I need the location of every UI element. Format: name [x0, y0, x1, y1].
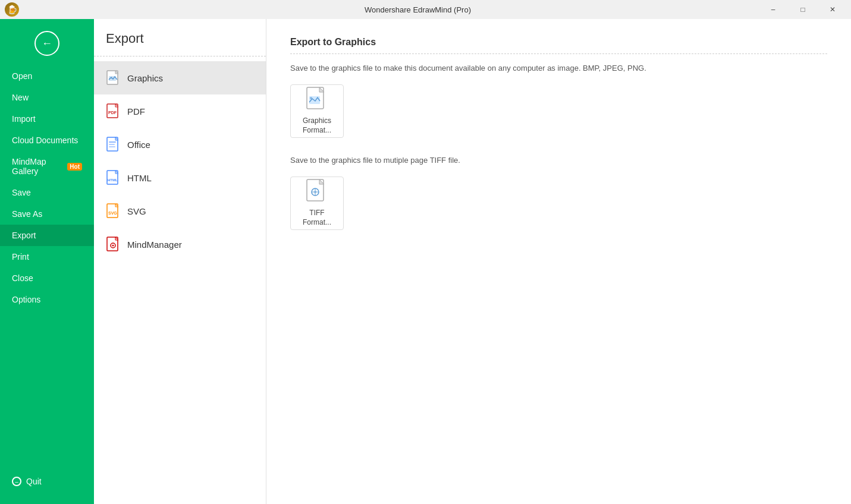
mindmanager-icon — [106, 236, 120, 253]
graphics-icon — [106, 70, 120, 86]
graphics-format-icon — [306, 87, 328, 113]
office-icon — [106, 136, 120, 153]
sidebar-item-options[interactable]: Options — [0, 289, 94, 310]
minimize-button[interactable]: – — [759, 0, 787, 19]
sidebar: ← Open New Import Cloud Documents MindMa… — [0, 19, 94, 504]
format-cards-tiff: TIFF Format... — [290, 177, 827, 230]
sidebar-label-mindmap: MindMap Gallery — [12, 157, 64, 176]
back-button[interactable]: ← — [34, 31, 59, 56]
svg-icon: SVG — [106, 203, 120, 219]
content-section-title: Export to Graphics — [290, 37, 827, 48]
content-divider — [290, 53, 827, 54]
content-description: Save to the graphics file to make this d… — [290, 64, 827, 73]
export-panel-title: Export — [94, 31, 266, 56]
user-avatar: 🍺 — [5, 2, 19, 17]
sidebar-label-cloud: Cloud Documents — [12, 136, 78, 145]
tiff-format-icon — [306, 179, 328, 205]
sidebar-item-open[interactable]: Open — [0, 65, 94, 87]
titlebar-title: Wondershare EdrawMind (Pro) — [76, 5, 759, 14]
sidebar-label-new: New — [12, 93, 29, 102]
titlebar: 🍺 Wondershare EdrawMind (Pro) – □ ✕ — [0, 0, 851, 19]
export-panel: Export Graphics PDF P — [94, 19, 266, 504]
tiff-format-label: TIFF Format... — [303, 209, 331, 227]
app-container: ← Open New Import Cloud Documents MindMa… — [0, 19, 851, 504]
sidebar-item-export[interactable]: Export — [0, 225, 94, 246]
sidebar-label-close: Close — [12, 273, 33, 283]
export-menu-svg-label: SVG — [127, 206, 146, 216]
tiff-description: Save to the graphics file to mutiple pag… — [290, 156, 827, 165]
export-menu-html[interactable]: HTML HTML — [94, 161, 266, 194]
sidebar-label-print: Print — [12, 252, 29, 262]
export-menu-mindmanager[interactable]: MindManager — [94, 228, 266, 261]
sidebar-item-close[interactable]: Close — [0, 267, 94, 289]
maximize-button[interactable]: □ — [789, 0, 817, 19]
svg-rect-10 — [109, 146, 115, 147]
export-menu-pdf-label: PDF — [127, 106, 145, 116]
svg-text:PDF: PDF — [108, 111, 117, 115]
svg-point-20 — [112, 245, 114, 247]
tiff-format-card[interactable]: TIFF Format... — [290, 177, 344, 230]
export-menu-graphics-label: Graphics — [127, 73, 163, 83]
quit-button[interactable]: – Quit — [0, 471, 94, 492]
back-icon: ← — [42, 37, 52, 50]
sidebar-label-open: Open — [12, 71, 32, 81]
sidebar-item-mindmap-gallery[interactable]: MindMap Gallery Hot — [0, 151, 94, 182]
pdf-icon: PDF — [106, 103, 120, 119]
hot-badge: Hot — [67, 163, 82, 171]
sidebar-label-export: Export — [12, 231, 36, 240]
sidebar-label-import: Import — [12, 114, 36, 124]
export-menu-graphics[interactable]: Graphics — [94, 61, 266, 94]
export-menu-pdf[interactable]: PDF PDF — [94, 94, 266, 128]
export-menu-office-label: Office — [127, 140, 150, 150]
sidebar-label-options: Options — [12, 295, 40, 304]
sidebar-item-new[interactable]: New — [0, 87, 94, 108]
svg-rect-8 — [109, 141, 116, 143]
sidebar-label-save: Save — [12, 188, 31, 197]
sidebar-item-save-as[interactable]: Save As — [0, 203, 94, 225]
quit-icon: – — [12, 477, 21, 486]
export-menu-mindmanager-label: MindManager — [127, 240, 182, 250]
html-icon: HTML — [106, 169, 120, 186]
close-button[interactable]: ✕ — [819, 0, 846, 19]
sidebar-item-save[interactable]: Save — [0, 182, 94, 203]
export-menu-office[interactable]: Office — [94, 128, 266, 161]
sidebar-label-save-as: Save As — [12, 209, 42, 219]
svg-text:HTML: HTML — [108, 178, 118, 182]
sidebar-item-import[interactable]: Import — [0, 108, 94, 130]
content-area: Export to Graphics Save to the graphics … — [266, 19, 851, 504]
graphics-format-card[interactable]: Graphics Format... — [290, 84, 344, 138]
format-cards-graphics: Graphics Format... — [290, 84, 827, 138]
sidebar-item-cloud-documents[interactable]: Cloud Documents — [0, 130, 94, 151]
graphics-format-label: Graphics Format... — [303, 116, 331, 135]
sidebar-item-print[interactable]: Print — [0, 246, 94, 267]
svg-rect-9 — [109, 144, 115, 145]
quit-label: Quit — [26, 477, 42, 486]
window-controls: – □ ✕ — [759, 0, 846, 19]
svg-text:SVG: SVG — [108, 211, 117, 215]
export-menu-html-label: HTML — [127, 173, 152, 183]
export-menu-svg[interactable]: SVG SVG — [94, 194, 266, 228]
svg-point-24 — [310, 97, 312, 99]
